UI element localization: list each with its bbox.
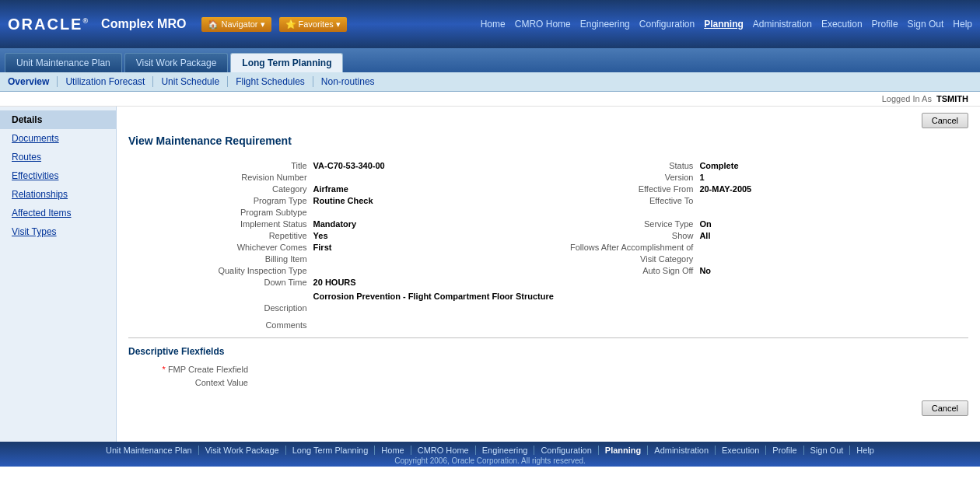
category-value: Airframe (313, 182, 548, 194)
footer-copyright: Copyright 2006, Oracle Corporation. All … (0, 456, 980, 465)
favorites-button[interactable]: ⭐ Favorites ▾ (279, 17, 347, 32)
footer-link-cmro-home[interactable]: CMRO Home (411, 446, 476, 455)
footer-link-execution[interactable]: Execution (716, 446, 766, 455)
tab-unit-maintenance-plan[interactable]: Unit Maintenance Plan (5, 53, 122, 72)
nav-help[interactable]: Help (953, 19, 972, 30)
footer-link-planning[interactable]: Planning (599, 446, 648, 455)
visit-category-value (699, 252, 968, 264)
footer-link-configuration[interactable]: Configuration (534, 446, 598, 455)
cancel-button-top[interactable]: Cancel (922, 113, 968, 128)
nav-administration[interactable]: Administration (753, 19, 812, 30)
sidebar-item-effectivities[interactable]: Effectivities (0, 166, 116, 185)
nav-configuration[interactable]: Configuration (639, 19, 695, 30)
title-value: VA-C70-53-340-00 (313, 159, 548, 170)
sub-nav: Overview Utilization Forecast Unit Sched… (0, 72, 980, 92)
cancel-button-bottom[interactable]: Cancel (922, 400, 968, 416)
sub-nav-flight-schedules[interactable]: Flight Schedules (228, 76, 313, 87)
auto-sign-off-value: No (699, 264, 968, 275)
oracle-wordmark: ORACLE® (8, 16, 89, 33)
footer-link-visit-work-package[interactable]: Visit Work Package (199, 446, 286, 455)
footer: Unit Maintenance Plan Visit Work Package… (0, 442, 980, 467)
footer-link-sign-out[interactable]: Sign Out (804, 446, 851, 455)
program-subtype-label: Program Subtype (128, 205, 313, 217)
footer-link-unit-maintenance-plan[interactable]: Unit Maintenance Plan (100, 446, 199, 455)
navigator-button[interactable]: 🏠 Navigator ▾ (201, 17, 271, 32)
footer-link-engineering[interactable]: Engineering (476, 446, 535, 455)
descriptive-flexfields-section: Descriptive Flexfields * FMP Create Flex… (128, 346, 968, 389)
sub-nav-overview[interactable]: Overview (8, 76, 58, 87)
program-subtype-value (313, 205, 548, 217)
nav-tools: 🏠 Navigator ▾ ⭐ Favorites ▾ (201, 17, 346, 32)
nav-home[interactable]: Home (481, 19, 506, 30)
follows-after-label: Follows After Accomplishment of (548, 240, 699, 252)
form-table: Title VA-C70-53-340-00 Status Complete R… (128, 159, 968, 330)
footer-link-home[interactable]: Home (375, 446, 411, 455)
fmp-label: * FMP Create Flexfield (130, 362, 254, 374)
revision-label: Revision Number (128, 170, 313, 182)
repetitive-label: Repetitive (128, 229, 313, 240)
sub-nav-non-routines[interactable]: Non-routines (313, 76, 383, 87)
section-divider (128, 337, 968, 338)
house-icon: 🏠 (208, 19, 219, 30)
page-title: View Maintenance Requirement (128, 135, 968, 151)
comments-value (313, 313, 968, 330)
description-value: Corrosion Prevention - Flight Compartmen… (313, 287, 968, 301)
form-row-implement-service: Implement Status Mandatory Service Type … (128, 217, 968, 229)
nav-planning[interactable]: Planning (704, 19, 744, 30)
form-row-program-type: Program Type Routine Check Effective To (128, 194, 968, 205)
implement-status-value: Mandatory (313, 217, 548, 229)
fmp-label-text: FMP Create Flexfield (168, 365, 248, 374)
fmp-row: * FMP Create Flexfield (130, 362, 411, 374)
oracle-logo: ORACLE® (8, 16, 89, 33)
form-row-repetitive-show: Repetitive Yes Show All (128, 229, 968, 240)
version-value: 1 (699, 170, 968, 182)
form-row-revision-version: Revision Number Version 1 (128, 170, 968, 182)
nav-engineering[interactable]: Engineering (580, 19, 630, 30)
form-row-description: Corrosion Prevention - Flight Compartmen… (128, 287, 968, 301)
form-row-title-status: Title VA-C70-53-340-00 Status Complete (128, 159, 968, 170)
sidebar-item-routes[interactable]: Routes (0, 148, 116, 166)
description-field-label: Description (128, 301, 313, 313)
sidebar-item-documents[interactable]: Documents (0, 129, 116, 148)
service-type-value: On (699, 217, 968, 229)
whichever-comes-value: First (313, 240, 548, 252)
down-time-value: 20 HOURS (313, 275, 548, 287)
tab-visit-work-package[interactable]: Visit Work Package (124, 53, 229, 72)
service-type-label: Service Type (548, 217, 699, 229)
asterisk-icon: * (163, 365, 166, 374)
billing-item-label: Billing Item (128, 252, 313, 264)
sub-nav-unit-schedule[interactable]: Unit Schedule (153, 76, 228, 87)
sidebar-item-affected-items[interactable]: Affected Items (0, 204, 116, 222)
nav-cmro-home[interactable]: CMRO Home (515, 19, 571, 30)
tab-long-term-planning[interactable]: Long Term Planning (230, 53, 343, 72)
context-value-field (256, 376, 411, 387)
footer-link-profile[interactable]: Profile (766, 446, 803, 455)
status-value: Complete (699, 159, 968, 170)
sub-nav-utilization-forecast[interactable]: Utilization Forecast (58, 76, 153, 87)
category-label: Category (128, 182, 313, 194)
logged-in-user: TSMITH (936, 94, 968, 103)
sidebar: Details Documents Routes Effectivities R… (0, 107, 117, 442)
nav-execution[interactable]: Execution (821, 19, 863, 30)
nav-profile[interactable]: Profile (872, 19, 898, 30)
footer-link-long-term-planning[interactable]: Long Term Planning (286, 446, 376, 455)
sidebar-item-relationships[interactable]: Relationships (0, 185, 116, 204)
form-row-program-subtype: Program Subtype (128, 205, 968, 217)
visit-category-label: Visit Category (548, 252, 699, 264)
main-container: Details Documents Routes Effectivities R… (0, 107, 980, 442)
revision-value (313, 170, 548, 182)
follows-after-value (699, 240, 968, 252)
sidebar-item-details[interactable]: Details (0, 110, 116, 129)
quality-inspection-label: Quality Inspection Type (128, 264, 313, 275)
nav-sign-out[interactable]: Sign Out (908, 19, 944, 30)
form-row-category-effective: Category Airframe Effective From 20-MAY-… (128, 182, 968, 194)
footer-link-help[interactable]: Help (850, 446, 880, 455)
comments-label: Comments (128, 313, 313, 330)
sidebar-item-visit-types[interactable]: Visit Types (0, 222, 116, 241)
top-nav: Home CMRO Home Engineering Configuration… (481, 19, 972, 30)
title-label: Title (128, 159, 313, 170)
context-value-label: Context Value (130, 376, 254, 387)
tab-bar: Unit Maintenance Plan Visit Work Package… (0, 48, 980, 72)
logged-in-label: Logged In As (882, 94, 932, 103)
footer-link-administration[interactable]: Administration (648, 446, 716, 455)
